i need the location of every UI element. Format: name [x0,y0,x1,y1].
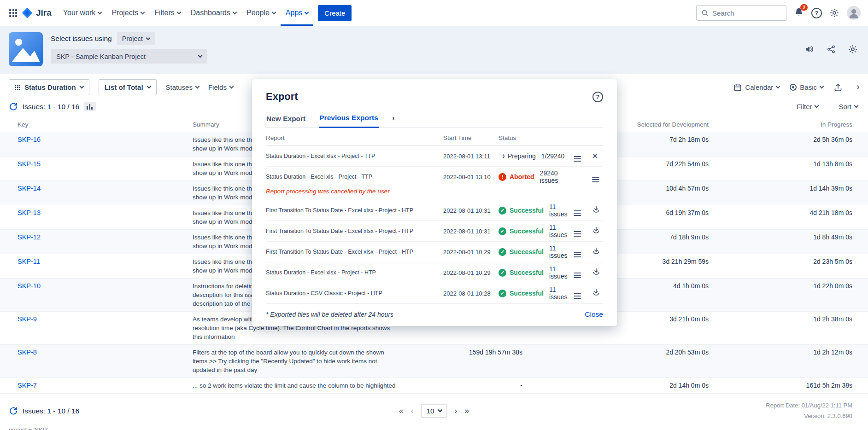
export-rows: Status Duration - Excel xlsx - Project -… [266,146,603,304]
download-export-icon[interactable] [592,269,600,277]
view-mode-dropdown[interactable]: Basic [790,83,823,91]
download-export-icon[interactable] [592,290,600,298]
refresh-icon[interactable] [9,102,18,111]
page-size-select[interactable]: 10 [421,404,447,418]
first-page-button[interactable]: « [399,406,404,416]
duration-selected-for-development-cell: 2d 20h 53m 0s [522,345,709,360]
duration-in-progress-cell: 2d 23h 5m 0s [709,254,852,269]
close-dialog-link[interactable]: Close [585,310,603,319]
export-start-time: 2022-08-01 10:29 [443,249,499,256]
dialog-help-icon[interactable]: ? [592,92,603,102]
export-report-name: First Transition To Status Date - Excel … [266,207,443,214]
nav-item-filters[interactable]: Filters [149,0,186,26]
fields-dropdown[interactable]: Fields [208,83,233,91]
filter-dropdown[interactable]: Filter [797,103,818,110]
tab-new-export[interactable]: New Export [266,111,306,128]
export-status-detail: 11 issues [549,265,574,280]
nav-label: People [246,9,270,17]
last-page-button[interactable]: » [464,406,469,416]
fields-label: Fields [208,83,227,91]
export-status-detail: 11 issues [549,203,574,218]
issue-key-link[interactable]: SKP-8 [18,345,193,360]
export-icon[interactable] [833,83,843,92]
next-page-button[interactable]: › [454,406,457,416]
chevron-down-icon [198,53,203,58]
export-status: Preparing1/29240 [499,152,574,160]
export-row: Status Duration - CSV Classic - Project … [266,283,603,304]
search-input[interactable] [712,9,777,17]
jira-logo[interactable]: Jira [22,7,52,18]
nav-item-dashboards[interactable]: Dashboards [186,0,241,26]
download-export-icon[interactable] [592,228,600,236]
export-footnote: * Exported files will be deleted after 2… [266,311,393,318]
chart-view-button[interactable] [84,102,96,111]
export-table-header: Report Start Time Status [266,128,603,146]
help-button[interactable]: ? [811,8,822,18]
export-row-menu-icon[interactable] [574,210,581,216]
app-switcher-icon[interactable] [9,9,17,17]
export-report-name: First Transition To Status Date - Excel … [266,228,443,234]
calendar-dropdown[interactable]: Calendar [733,83,780,92]
export-row-menu-icon[interactable] [574,156,581,162]
statuses-dropdown[interactable]: Statuses [166,83,199,91]
previous-page-button[interactable]: ‹ [411,406,414,416]
create-button[interactable]: Create [318,5,352,21]
issue-key-link[interactable]: SKP-15 [18,157,193,172]
statuses-label: Statuses [166,83,193,91]
nav-item-your-work[interactable]: Your work [58,0,107,26]
download-export-icon[interactable] [592,249,600,256]
export-row-menu-icon[interactable] [592,177,599,182]
duration-other-cell: 159d 19h 57m 38s [430,345,522,360]
sort-dropdown[interactable]: Sort [839,103,858,110]
export-row-menu-icon[interactable] [574,252,581,257]
export-row: Status Duration - Excel xls - Project - … [266,167,603,200]
chevron-down-icon [98,10,102,14]
export-row-menu-icon[interactable] [574,293,581,299]
issue-key-link[interactable]: SKP-10 [18,279,193,294]
scope-mode-dropdown[interactable]: Project [117,32,155,45]
report-type-dropdown[interactable]: Status Duration [9,79,89,95]
nav-item-apps[interactable]: Apps [281,0,313,26]
feedback-megaphone-icon[interactable] [804,44,815,54]
export-column-report: Report [266,134,443,141]
refresh-icon[interactable] [9,407,18,416]
list-type-dropdown[interactable]: List of Total [99,79,157,95]
export-row-menu-icon[interactable] [574,273,581,278]
scope-mode-label: Project [122,35,143,42]
chevron-down-icon [229,84,234,89]
chevron-down-icon [438,408,442,413]
download-export-icon[interactable] [592,207,600,215]
user-avatar[interactable] [847,6,861,20]
export-error-note: Report processing was cancelled by the u… [266,187,603,200]
nav-item-people[interactable]: People [241,0,281,26]
chevron-down-icon [305,10,309,14]
cancel-export-icon[interactable]: × [592,150,598,162]
share-icon[interactable] [827,45,836,54]
global-search[interactable] [696,5,786,21]
chevron-down-icon [233,10,237,14]
project-select[interactable]: SKP - Sample Kanban Project [51,49,207,64]
export-row: Status Duration - Excel xlsx - Project -… [266,262,603,283]
issue-key-link[interactable]: SKP-13 [18,205,193,221]
issue-key-link[interactable]: SKP-14 [18,181,193,196]
export-status-detail: 1/29240 [541,152,565,160]
export-report-name: Status Duration - Excel xlsx - Project -… [266,269,443,276]
tab-previous-exports[interactable]: Previous Exports [319,110,379,128]
column-header-in-progress: In Progress [709,121,852,128]
issue-key-link[interactable]: SKP-16 [18,132,193,147]
export-dialog-title: Export [266,91,298,103]
issue-key-link[interactable]: SKP-11 [18,254,193,269]
export-row-menu-icon[interactable] [574,231,581,237]
chevron-down-icon [195,84,200,89]
notifications-button[interactable]: 2 [794,7,804,19]
issue-key-link[interactable]: SKP-12 [18,230,193,245]
issue-key-link[interactable]: SKP-9 [18,312,193,327]
nav-label: Apps [286,9,302,17]
issue-key-link[interactable]: SKP-7 [18,378,193,393]
nav-item-projects[interactable]: Projects [106,0,149,26]
app-settings-gear-icon[interactable] [848,44,858,54]
export-status-detail: 11 issues [549,244,574,259]
settings-gear-icon[interactable] [829,8,839,18]
filter-label: Filter [797,103,812,110]
chevron-down-icon [776,84,780,89]
